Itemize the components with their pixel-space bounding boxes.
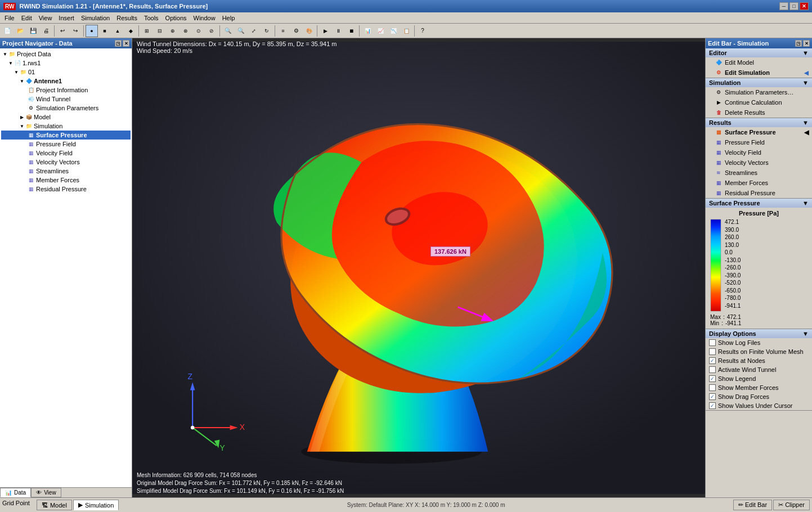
menu-window[interactable]: Window: [190, 14, 219, 22]
tb-sim1[interactable]: ▶: [319, 25, 331, 37]
results-velocity-vectors[interactable]: ▦ Velocity Vectors: [706, 158, 812, 168]
disp-drag-forces[interactable]: Show Drag Forces: [706, 392, 812, 401]
menu-view[interactable]: View: [35, 14, 56, 22]
edit-simulation-item[interactable]: ⚙ Edit Simulation ◀: [706, 68, 812, 78]
expand-antenne1[interactable]: ▼: [19, 78, 25, 84]
tb-zoom-out[interactable]: 🔍: [235, 25, 247, 37]
edit-model-item[interactable]: 🔷 Edit Model: [706, 57, 812, 68]
tb-sim2[interactable]: ⏸: [332, 25, 344, 37]
disp-show-log[interactable]: Show Log Files: [706, 338, 812, 347]
menu-insert[interactable]: Insert: [55, 14, 78, 22]
tree-velocity-field[interactable]: ▦ Velocity Field: [1, 149, 131, 158]
tb-open[interactable]: 📂: [14, 25, 26, 37]
tb-layers[interactable]: ≡: [277, 25, 289, 37]
tb-mode4[interactable]: ◆: [124, 25, 137, 37]
disp-wind-tunnel[interactable]: Activate Wind Tunnel: [706, 365, 812, 374]
results-collapse-icon[interactable]: ▼: [802, 119, 809, 126]
maximize-button[interactable]: □: [789, 2, 798, 10]
tb-print[interactable]: 🖨: [40, 25, 52, 37]
expand-folder01[interactable]: ▼: [14, 69, 19, 75]
panel-float-btn[interactable]: ◳: [115, 40, 122, 47]
check-member-forces[interactable]: [709, 384, 716, 391]
tb-rotate[interactable]: ↻: [261, 25, 273, 37]
clipper-btn[interactable]: ✂ Clipper: [773, 500, 810, 510]
sp-collapse-icon[interactable]: ▼: [802, 200, 809, 206]
tb-extra3[interactable]: 📉: [387, 25, 400, 37]
disp-show-legend[interactable]: Show Legend: [706, 374, 812, 383]
tab-data[interactable]: 📊 Data: [0, 488, 31, 497]
results-member-forces[interactable]: ▦ Member Forces: [706, 178, 812, 188]
tree-streamlines[interactable]: ▦ Streamlines: [1, 167, 131, 176]
tab-view[interactable]: 👁 View: [31, 488, 61, 497]
tb-sim3[interactable]: ⏹: [345, 25, 357, 37]
disp-results-nodes[interactable]: Results at Nodes: [706, 356, 812, 365]
results-surface-pressure[interactable]: ▦ Surface Pressure ◀: [706, 127, 812, 137]
check-finite-volume[interactable]: [709, 348, 716, 355]
rp-float-btn[interactable]: ◳: [795, 40, 802, 47]
check-show-legend[interactable]: [709, 375, 716, 382]
tree-sim-params[interactable]: ⚙ Simulation Parameters: [1, 104, 131, 113]
menu-file[interactable]: File: [1, 14, 18, 22]
tb-mode3[interactable]: ▲: [111, 25, 124, 37]
results-streamlines[interactable]: ≋ Streamlines: [706, 168, 812, 178]
continue-calc-item[interactable]: ▶ Continue Calculation: [706, 97, 812, 107]
delete-results-item[interactable]: 🗑 Delete Results: [706, 107, 812, 118]
menu-results[interactable]: Results: [113, 14, 141, 22]
tb-view2[interactable]: ⊟: [154, 25, 166, 37]
disp-values-cursor[interactable]: Show Values Under Cursor: [706, 401, 812, 410]
menu-simulation[interactable]: Simulation: [78, 14, 113, 22]
tree-project-info[interactable]: 📋 Project Information: [1, 86, 131, 95]
tb-new[interactable]: 📄: [1, 25, 14, 37]
tree-velocity-vectors[interactable]: ▦ Velocity Vectors: [1, 158, 131, 167]
results-velocity-field[interactable]: ▦ Velocity Field: [706, 147, 812, 158]
check-results-nodes[interactable]: [709, 357, 716, 364]
edit-bar-btn[interactable]: ✏ Edit Bar: [733, 500, 772, 510]
tree-antenne1[interactable]: ▼ 🔷 Antenne1: [1, 77, 131, 86]
tb-view5[interactable]: ⊙: [192, 25, 205, 37]
check-values-cursor[interactable]: [709, 402, 716, 409]
sim-collapse-icon[interactable]: ▼: [802, 79, 809, 86]
minimize-button[interactable]: ─: [779, 2, 788, 10]
tb-extra2[interactable]: 📈: [374, 25, 387, 37]
expand-project-data[interactable]: ▼: [2, 51, 8, 57]
title-bar-right[interactable]: ─ □ ✕: [779, 2, 809, 10]
disp-member-forces[interactable]: Show Member Forces: [706, 383, 812, 392]
tb-view6[interactable]: ⊘: [205, 25, 218, 37]
scene-svg[interactable]: Z X Y: [132, 38, 705, 497]
rp-close-btn[interactable]: ✕: [803, 40, 810, 47]
tb-view3[interactable]: ⊕: [167, 25, 179, 37]
check-drag-forces[interactable]: [709, 393, 716, 400]
check-wind-tunnel[interactable]: [709, 366, 716, 373]
expand-simulation[interactable]: ▼: [19, 123, 25, 129]
tb-view1[interactable]: ⊞: [141, 25, 153, 37]
tree-simulation[interactable]: ▼ 📁 Simulation: [1, 122, 131, 131]
tree-residual-pressure[interactable]: ▦ Residual Pressure: [1, 185, 131, 194]
do-collapse-icon[interactable]: ▼: [802, 330, 809, 337]
menu-edit[interactable]: Edit: [18, 14, 35, 22]
sim-params-item[interactable]: ⚙ Simulation Parameters…: [706, 87, 812, 97]
tb-view4[interactable]: ⊗: [180, 25, 192, 37]
disp-finite-volume[interactable]: Results on Finite Volume Mesh: [706, 347, 812, 356]
tb-undo[interactable]: ↩: [56, 25, 69, 37]
tree-project-data[interactable]: ▼ 📁 Project Data: [1, 50, 131, 59]
tab-simulation-bottom[interactable]: ▶ Simulation: [73, 500, 119, 510]
tb-mode1[interactable]: ●: [86, 25, 98, 37]
menu-tools[interactable]: Tools: [141, 14, 162, 22]
expand-rws1[interactable]: ▼: [8, 60, 14, 66]
close-button[interactable]: ✕: [800, 2, 809, 10]
menu-options[interactable]: Options: [162, 14, 190, 22]
results-pressure-field[interactable]: ▦ Pressure Field: [706, 137, 812, 147]
tree-model[interactable]: ▶ 📦 Model: [1, 113, 131, 122]
tb-help[interactable]: ?: [416, 25, 429, 37]
results-residual-pressure[interactable]: ▦ Residual Pressure: [706, 188, 812, 198]
tb-extra4[interactable]: 📋: [400, 25, 412, 37]
tb-zoom-in[interactable]: 🔍: [222, 25, 234, 37]
expand-model[interactable]: ▶: [19, 114, 25, 120]
tree-pressure-field[interactable]: ▦ Pressure Field: [1, 140, 131, 149]
tree-folder01[interactable]: ▼ 📁 01: [1, 68, 131, 77]
tb-save[interactable]: 💾: [27, 25, 39, 37]
tree-member-forces[interactable]: ▦ Member Forces: [1, 176, 131, 185]
tab-model[interactable]: 🏗 Model: [37, 500, 72, 510]
tb-redo[interactable]: ↪: [69, 25, 82, 37]
tree-wind-tunnel[interactable]: 💨 Wind Tunnel: [1, 95, 131, 104]
